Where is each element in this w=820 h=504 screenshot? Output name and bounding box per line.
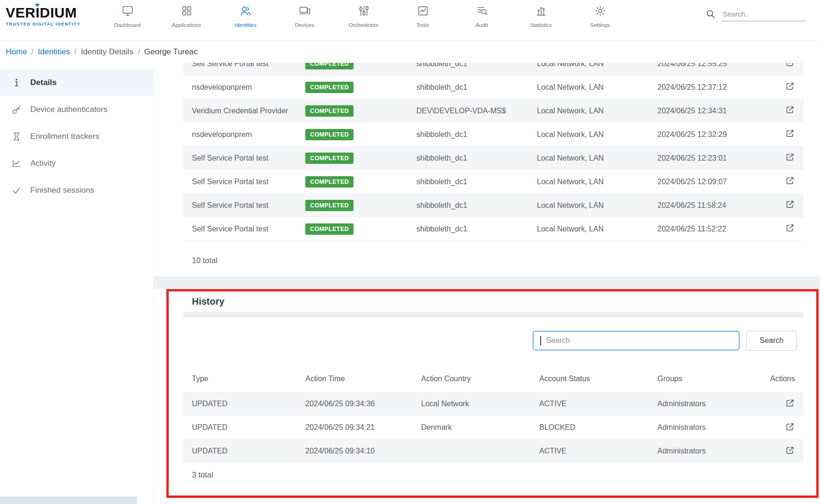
session-account: shibboleth_dc1 [416,63,537,68]
session-account: shibboleth_dc1 [416,130,537,139]
history-rows: UPDATED 2024/06/25 09:34:36 Local Networ… [183,392,803,463]
status-badge: COMPLETED [305,200,354,211]
hourglass-icon [11,131,22,142]
history-action-country: Denmark [421,423,539,432]
session-network: Local Network, LAN [537,225,657,233]
breadcrumb-separator: / [138,47,140,57]
nav-item-orchestrator[interactable]: Orchestrator [334,5,393,28]
nav-item-devices[interactable]: Devices [275,5,334,28]
session-account: shibboleth_dc1 [416,201,537,210]
history-action-time: 2024/06/25 09:34:36 [305,400,421,408]
status-badge: COMPLETED [305,63,354,69]
sidebar-item-label: Finished sessions [30,186,94,195]
history-type: UPDATED [192,447,305,455]
open-session-icon[interactable] [785,176,795,188]
global-search [705,9,807,21]
history-search-row: Search [183,317,803,366]
breadcrumb: Home / Identities / Identity Details / G… [0,41,820,63]
session-network: Local Network, LAN [537,63,657,68]
session-account: shibboleth_dc1 [416,225,537,233]
audit-list-search-icon [476,5,488,19]
line-chart-icon [11,158,22,169]
session-app-name: Self Service Portal test [192,225,305,233]
nav-item-applications[interactable]: Applications [157,5,216,28]
open-session-icon[interactable] [785,223,795,235]
nav-item-settings[interactable]: Settings [570,5,630,28]
session-row: nsdeveloponprem COMPLETED shibboleth_dc1… [183,123,803,146]
brand-tagline: TRUSTED DIGITAL IDENTITY [6,21,87,26]
session-app-name: Self Service Portal test [192,63,305,68]
history-divider [183,312,803,317]
session-account: shibboleth_dc1 [416,154,537,162]
clipped-session-row: Self Service Portal test COMPLETED shibb… [183,63,803,76]
history-table-header: Type Action Time Action Country Account … [183,366,803,392]
session-app-name: nsdeveloponprem [192,130,305,139]
session-time: 2024/06/25 12:34:31 [657,107,771,115]
logo-triangle-icon [35,4,40,7]
status-badge: COMPLETED [305,223,354,235]
global-search-input[interactable] [722,9,807,21]
tools-chart-icon [417,5,429,19]
open-session-icon[interactable] [785,63,795,69]
status-badge: COMPLETED [305,176,354,188]
main-content: Self Service Portal test COMPLETED shibb… [154,63,820,504]
sessions-total: 10 total [183,241,803,276]
open-session-icon[interactable] [785,81,795,93]
nav-item-audit[interactable]: Audit [452,5,511,28]
history-search-input[interactable] [534,332,739,350]
open-session-icon[interactable] [785,128,795,140]
history-search-box [533,331,740,350]
session-network: Local Network, LAN [537,130,657,139]
open-history-entry-icon[interactable] [785,445,795,457]
history-account-status: ACTIVE [539,447,657,455]
nav-item-dashboard[interactable]: Dashboard [98,5,157,28]
nav-label: Statistics [530,22,552,28]
check-icon [11,185,22,196]
sidebar-item-label: Enrollment trackers [30,132,99,141]
nav-item-tools[interactable]: Tools [393,5,452,28]
session-time: 2024/06/25 12:09:07 [657,178,771,186]
sidebar-item-enrollment-trackers[interactable]: Enrollment trackers [0,123,153,150]
breadcrumb-identities-link[interactable]: Identities [38,47,70,57]
session-network: Local Network, LAN [537,107,657,115]
session-row: Self Service Portal test COMPLETED shibb… [183,217,803,241]
history-account-status: BLOCKED [539,423,657,432]
session-time: 2024/06/25 12:32:29 [657,130,771,139]
nav-item-statistics[interactable]: Statistics [511,5,570,28]
history-search-button[interactable]: Search [746,331,797,350]
status-badge: COMPLETED [305,105,354,117]
sessions-table: Self Service Portal test COMPLETED shibb… [183,63,803,276]
sidebar-item-label: Details [30,78,57,87]
nav-item-identities[interactable]: Identities [216,5,275,28]
gear-icon [594,5,606,19]
orchestrator-sliders-icon [358,5,370,19]
open-history-entry-icon[interactable] [785,398,795,410]
session-time: 2024/06/25 12:37:12 [657,83,771,92]
sidebar-item-details[interactable]: Details [0,69,153,96]
history-row: UPDATED 2024/06/25 09:34:10 ACTIVE Admin… [183,439,803,463]
history-action-time: 2024/06/25 09:34:10 [305,447,421,455]
sidebar-item-device-authenticators[interactable]: Device authenticators [0,96,153,123]
sidebar-item-activity[interactable]: Activity [0,150,153,177]
breadcrumb-home-link[interactable]: Home [6,47,27,57]
sidebar-item-finished-sessions[interactable]: Finished sessions [0,177,153,204]
nav-label: Settings [590,22,610,28]
breadcrumb-separator: / [31,47,34,57]
nav-label: Tools [416,22,429,28]
veridium-logo[interactable]: VERIDIUM TRUSTED DIGITAL IDENTITY [6,5,87,26]
column-header-account-status: Account Status [539,375,657,383]
section-gap [154,276,820,289]
open-session-icon[interactable] [785,199,795,211]
history-type: UPDATED [192,423,305,432]
session-app-name: Self Service Portal test [192,178,305,186]
breadcrumb-separator: / [74,47,77,57]
status-badge: COMPLETED [305,82,354,93]
open-session-icon[interactable] [785,152,795,164]
history-groups: Administrators [657,400,767,408]
text-caret [540,336,541,345]
open-history-entry-icon[interactable] [785,422,795,434]
open-session-icon[interactable] [785,105,795,117]
session-time: 2024/06/25 12:23:01 [657,154,771,162]
dashboard-icon [121,5,134,19]
column-header-action-country: Action Country [421,375,539,383]
